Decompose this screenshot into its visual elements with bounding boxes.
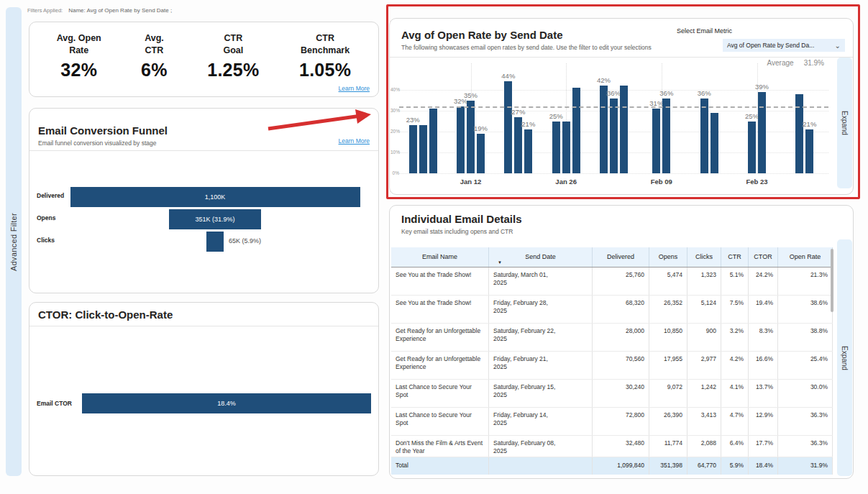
table-cell: 1,242: [687, 380, 721, 407]
chart-bar-label: 19%: [465, 124, 497, 132]
table-cell: 17,955: [649, 352, 687, 379]
column-header-send-date[interactable]: Send Date▼: [489, 247, 593, 267]
kpi-label: CTR Goal: [207, 32, 259, 57]
chart-bar[interactable]: [748, 122, 756, 174]
chart-bar[interactable]: [429, 109, 437, 173]
chart-bar[interactable]: [409, 125, 417, 173]
table-row[interactable]: Get Ready for an Unforgettable Experienc…: [391, 352, 833, 380]
funnel-card: Email Conversion Funnel Email funnel con…: [29, 108, 379, 293]
table-row[interactable]: Get Ready for an Unforgettable Experienc…: [391, 324, 833, 352]
kpi-value: 32%: [57, 60, 101, 81]
kpi-label: Avg. CTR: [141, 32, 168, 57]
filters-applied-value: Name: Avg of Open Rate by Send Date ;: [68, 7, 172, 14]
y-axis-tick-label: 20%: [390, 129, 399, 134]
table-row[interactable]: Don't Miss the Film & Arts Event of the …: [391, 436, 833, 457]
funnel-learn-more-link[interactable]: Learn More: [339, 137, 370, 145]
y-axis-tick-label: 40%: [390, 87, 399, 92]
table-cell: Saturday, March 01, 2025: [489, 267, 593, 295]
kpi-item: CTR Benchmark1.05%: [299, 32, 351, 81]
table-cell: 10,850: [649, 324, 687, 351]
table-cell: 16.6%: [749, 352, 778, 379]
table-row[interactable]: See You at the Trade Show!Friday, Februa…: [391, 296, 833, 324]
column-header-clicks[interactable]: Clicks: [687, 247, 721, 267]
chart-bar[interactable]: [652, 109, 660, 173]
kpi-item: Avg. Open Rate32%: [57, 32, 101, 81]
chart-bar[interactable]: [467, 101, 475, 174]
advanced-filter-label: Advanced Filter: [9, 213, 18, 271]
chart-bar[interactable]: [795, 94, 803, 173]
table-expand-tab[interactable]: Expand: [837, 239, 852, 476]
chart-bar[interactable]: [572, 88, 580, 173]
chart-bar[interactable]: [620, 86, 628, 173]
chart-bar[interactable]: [524, 129, 532, 173]
funnel-bar[interactable]: 351K (31.9%): [169, 209, 262, 229]
chart-bar[interactable]: [758, 92, 766, 173]
column-header-opens[interactable]: Opens: [649, 247, 687, 267]
chart-bar-label: 36%: [688, 89, 720, 97]
table-row[interactable]: Last Chance to Secure Your SpotSaturday,…: [391, 380, 833, 408]
chart-bar[interactable]: [552, 122, 560, 174]
table-cell: 70,560: [593, 352, 649, 379]
funnel-bar[interactable]: 1,100K: [70, 187, 360, 207]
table-cell: 9,072: [649, 380, 687, 407]
ctor-bar-row: Email CTOR 18.4%: [29, 393, 378, 415]
chart-bar[interactable]: [600, 86, 608, 173]
divider: [29, 326, 378, 326]
ctor-title: CTOR: Click-to-Open-Rate: [38, 308, 378, 321]
column-header-ctor[interactable]: CTOR: [749, 247, 778, 267]
chart-bar[interactable]: [610, 99, 618, 173]
ctor-bar[interactable]: 18.4%: [82, 393, 371, 413]
y-axis-tick-label: 0%: [390, 170, 399, 175]
chart-expand-tab[interactable]: Expand: [837, 58, 852, 188]
chart-bar[interactable]: [457, 106, 465, 173]
table-cell: 4.2%: [721, 352, 749, 379]
chart-bar[interactable]: [477, 134, 485, 173]
column-header-open-rate[interactable]: Open Rate: [778, 247, 833, 267]
chart-expand-label: Expand: [841, 111, 849, 135]
chart-bar[interactable]: [805, 129, 813, 173]
table-subtitle: Key email stats including opens and CTR: [401, 228, 853, 235]
chart-bar[interactable]: [504, 81, 512, 173]
chart-bar[interactable]: [662, 99, 670, 173]
table-cell: 5,474: [649, 267, 687, 295]
table-cell: 25,760: [593, 267, 649, 295]
ctor-card: CTOR: Click-to-Open-Rate Email CTOR 18.4…: [29, 302, 379, 476]
x-axis-tick-label: Jan 26: [544, 178, 588, 186]
kpi-value: 1.25%: [207, 60, 259, 81]
table-cell: Saturday, February 08, 2025: [489, 436, 593, 457]
total-cell: 351,398: [649, 457, 687, 475]
chart-bar[interactable]: [711, 113, 718, 173]
chart-bar[interactable]: [419, 125, 427, 173]
chart-bar-label: 39%: [746, 83, 778, 91]
table-cell: 6.4%: [721, 436, 749, 457]
table-row[interactable]: Last Chance to Secure Your SpotFriday, F…: [391, 408, 833, 436]
funnel-bar-value: 1,100K: [70, 193, 360, 201]
column-header-email-name[interactable]: Email Name: [391, 247, 489, 267]
y-axis-tick-label: 30%: [390, 108, 399, 113]
total-cell: 5.9%: [721, 457, 749, 475]
column-header-ctr[interactable]: CTR: [721, 247, 749, 267]
funnel-bar[interactable]: [206, 232, 224, 252]
table-header-row: Email NameSend Date▼DeliveredOpensClicks…: [391, 247, 833, 267]
table-cell: 17.7%: [749, 436, 778, 457]
funnel-stage-row: Delivered1,100K: [29, 186, 378, 209]
table-cell: 1,323: [687, 267, 721, 295]
y-axis-tick-label: 10%: [390, 150, 399, 155]
table-cell: 26,352: [649, 296, 687, 323]
chart-bar-label: 44%: [493, 72, 524, 80]
table-cell: 36.3%: [778, 408, 833, 435]
kpi-learn-more-link[interactable]: Learn More: [339, 85, 370, 92]
total-cell: 1,099,840: [593, 457, 649, 475]
chart-bar[interactable]: [562, 122, 570, 174]
advanced-filter-tab[interactable]: Advanced Filter: [6, 7, 22, 476]
table-row[interactable]: See You at the Trade Show!Saturday, Marc…: [391, 267, 833, 296]
column-header-delivered[interactable]: Delivered: [593, 247, 649, 267]
average-value: 31.9%: [804, 59, 824, 67]
table-cell: 30,240: [593, 380, 649, 407]
table-cell: 11,774: [649, 436, 687, 457]
chart-bar-label: 21%: [513, 120, 544, 128]
table-scrollbar-thumb[interactable]: [831, 249, 833, 312]
average-line: [399, 106, 828, 108]
chart-bar[interactable]: [700, 99, 708, 173]
table-cell: 25.4%: [778, 352, 833, 379]
